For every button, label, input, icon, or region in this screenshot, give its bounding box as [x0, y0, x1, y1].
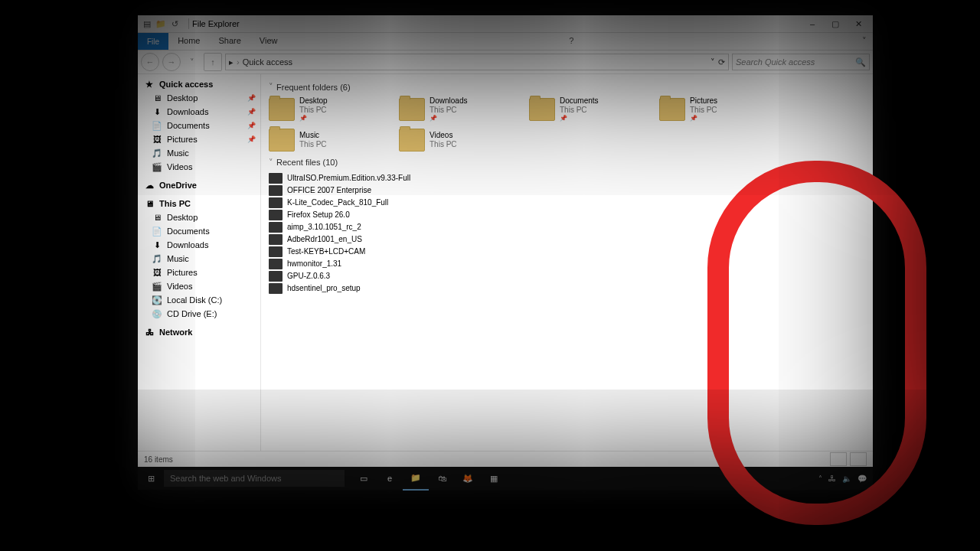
tab-view[interactable]: View: [250, 33, 287, 50]
group-header-label: Frequent folders (6): [276, 83, 351, 92]
taskbar-edge-icon[interactable]: e: [377, 467, 403, 490]
nav-documents[interactable]: 📄Documents📌: [138, 119, 260, 132]
system-tray[interactable]: ˄ 🖧 🔈 💬: [812, 474, 873, 483]
star-icon: ★: [144, 79, 155, 90]
folder-icon: [399, 129, 425, 152]
nav-music[interactable]: 🎵Music: [138, 146, 260, 160]
folder-icon: [269, 98, 295, 121]
group-frequent-folders[interactable]: ˅ Frequent folders (6): [269, 82, 865, 92]
tab-share[interactable]: Share: [209, 33, 250, 50]
list-item[interactable]: OFFICE 2007 Enterprise: [269, 184, 865, 197]
tab-file[interactable]: File: [138, 33, 168, 50]
folder-documents[interactable]: DocumentsThis PC📌: [529, 96, 644, 122]
chevron-down-icon: ˅: [269, 158, 273, 168]
list-item[interactable]: aimp_3.10.1051_rc_2: [269, 221, 865, 233]
nav-item-label: OneDrive: [159, 181, 197, 190]
list-item[interactable]: Firefox Setup 26.0: [269, 209, 865, 221]
folder-name: Desktop: [299, 96, 328, 106]
taskbar-explorer-icon[interactable]: 📁: [403, 466, 429, 491]
refresh-button[interactable]: ⟳: [718, 57, 725, 67]
nav-item-label: Music: [167, 254, 189, 263]
nav-item-label: Pictures: [167, 268, 198, 277]
nav-downloads[interactable]: ⬇Downloads📌: [138, 105, 260, 119]
start-button[interactable]: ⊞: [138, 467, 164, 490]
nav-pc-downloads[interactable]: ⬇Downloads: [138, 238, 260, 252]
nav-pc-pictures[interactable]: 🖼Pictures: [138, 266, 260, 279]
qat-undo-icon[interactable]: ↺: [168, 18, 181, 30]
nav-pc-cd-drive[interactable]: 💿CD Drive (E:): [138, 307, 260, 321]
list-item[interactable]: hdsentinel_pro_setup: [269, 282, 865, 295]
nav-this-pc[interactable]: 🖥This PC: [138, 197, 260, 210]
content-pane[interactable]: ˅ Frequent folders (6) DesktopThis PC📌 D…: [261, 74, 873, 451]
folder-videos[interactable]: VideosThis PC: [399, 129, 514, 152]
folder-music[interactable]: MusicThis PC: [269, 129, 384, 152]
nav-recent-dropdown[interactable]: ˅: [184, 54, 201, 70]
nav-network[interactable]: 🖧Network: [138, 325, 260, 339]
nav-pc-local-disk[interactable]: 💽Local Disk (C:): [138, 293, 260, 307]
task-view-button[interactable]: ▭: [351, 467, 377, 490]
folder-name: Pictures: [690, 96, 717, 106]
qat-newfolder-icon[interactable]: 📁: [155, 18, 167, 30]
folder-downloads[interactable]: DownloadsThis PC📌: [399, 96, 514, 122]
file-name: hdsentinel_pro_setup: [287, 284, 361, 292]
tab-home[interactable]: Home: [168, 33, 209, 50]
taskbar-search-input[interactable]: Search the web and Windows: [164, 470, 345, 487]
nav-quick-access[interactable]: ★ Quick access: [138, 77, 260, 91]
nav-videos[interactable]: 🎬Videos: [138, 160, 260, 174]
list-item[interactable]: hwmonitor_1.31: [269, 258, 865, 270]
ribbon-help-button[interactable]: ?: [563, 33, 580, 50]
folder-icon: [659, 98, 685, 121]
list-item[interactable]: UltraISO.Premium.Edition.v9.33-Full: [269, 172, 865, 184]
close-button[interactable]: ✕: [847, 16, 870, 31]
tray-overflow-icon[interactable]: ˄: [818, 474, 822, 483]
status-item-count: 16 items: [144, 455, 173, 464]
nav-onedrive[interactable]: ☁OneDrive: [138, 178, 260, 192]
folder-icon: [269, 129, 295, 152]
folder-desktop[interactable]: DesktopThis PC📌: [269, 96, 384, 122]
breadcrumb[interactable]: ▸ › Quick access ˅ ⟳: [225, 54, 729, 70]
view-large-icons-button[interactable]: [850, 452, 867, 466]
taskbar-firefox-icon[interactable]: 🦊: [455, 467, 481, 490]
desktop-icon: 🖥: [152, 212, 162, 223]
folder-name: Documents: [560, 96, 599, 106]
qat-properties-icon[interactable]: ▤: [141, 18, 153, 30]
nav-forward-button[interactable]: →: [162, 53, 181, 71]
breadcrumb-dropdown-icon[interactable]: ˅: [710, 57, 715, 67]
ribbon-expand-button[interactable]: ˅: [856, 33, 873, 50]
tray-volume-icon[interactable]: 🔈: [842, 474, 851, 483]
file-explorer-window: ▤ 📁 ↺ File Explorer – ▢ ✕ File Home Shar…: [138, 15, 873, 490]
nav-up-button[interactable]: ↑: [204, 53, 222, 71]
nav-pictures[interactable]: 🖼Pictures📌: [138, 132, 260, 146]
nav-pc-documents[interactable]: 📄Documents: [138, 224, 260, 238]
list-item[interactable]: K-Lite_Codec_Pack_810_Full: [269, 197, 865, 209]
nav-item-label: Videos: [167, 162, 192, 171]
minimize-button[interactable]: –: [801, 16, 824, 31]
navigation-pane[interactable]: ★ Quick access 🖥Desktop📌 ⬇Downloads📌 📄Do…: [138, 74, 261, 451]
list-item[interactable]: AdbeRdr1001_en_US: [269, 233, 865, 246]
nav-pc-music[interactable]: 🎵Music: [138, 252, 260, 266]
pin-icon: 📌: [247, 94, 256, 102]
view-details-button[interactable]: [830, 452, 847, 466]
window-title: File Explorer: [192, 19, 240, 28]
group-recent-files[interactable]: ˅ Recent files (10): [269, 158, 865, 168]
folder-pictures[interactable]: PicturesThis PC📌: [659, 96, 774, 122]
file-name: hwmonitor_1.31: [287, 259, 341, 268]
file-name: GPU-Z.0.6.3: [287, 272, 330, 280]
tray-action-center-icon[interactable]: 💬: [858, 474, 867, 483]
nav-pc-desktop[interactable]: 🖥Desktop: [138, 210, 260, 224]
list-item[interactable]: GPU-Z.0.6.3: [269, 270, 865, 282]
list-item[interactable]: Test-KEYB+LCD+CAM: [269, 246, 865, 258]
tray-network-icon[interactable]: 🖧: [828, 474, 836, 483]
search-input[interactable]: Search Quick access 🔍: [732, 54, 870, 70]
pc-icon: 🖥: [144, 198, 155, 209]
maximize-button[interactable]: ▢: [824, 16, 847, 31]
nav-item-label: Desktop: [167, 213, 198, 222]
taskbar-store-icon[interactable]: 🛍: [429, 467, 455, 490]
taskbar-app-icon[interactable]: ▦: [481, 467, 507, 490]
nav-desktop[interactable]: 🖥Desktop📌: [138, 91, 260, 105]
nav-pc-videos[interactable]: 🎬Videos: [138, 279, 260, 293]
pin-icon: 📌: [430, 115, 467, 122]
pin-icon: 📌: [247, 108, 256, 116]
nav-back-button[interactable]: ←: [141, 53, 159, 71]
ribbon-tabs: File Home Share View ? ˅: [138, 33, 873, 51]
